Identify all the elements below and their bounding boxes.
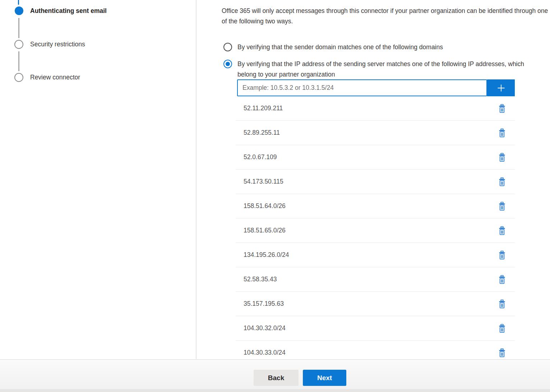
- trash-icon: [498, 128, 506, 138]
- radio-option-ip-address[interactable]: By verifying that the IP address of the …: [223, 59, 531, 80]
- delete-ip-button[interactable]: [496, 152, 508, 163]
- ip-address-text: 158.51.65.0/26: [244, 227, 286, 234]
- ip-address-list: 52.11.209.211 52.89.255.11: [236, 96, 515, 359]
- ip-row: 158.51.64.0/26: [236, 194, 515, 218]
- step-authenticating-sent-email[interactable]: Authenticating sent email: [15, 6, 107, 15]
- delete-ip-button[interactable]: [496, 299, 508, 309]
- ip-address-text: 52.58.35.43: [244, 276, 277, 283]
- delete-ip-button[interactable]: [496, 128, 508, 138]
- ip-row: 35.157.195.63: [236, 292, 515, 316]
- ip-entry-row: [237, 79, 515, 96]
- delete-ip-button[interactable]: [496, 323, 508, 334]
- ip-row: 104.30.33.0/24: [236, 341, 515, 359]
- ip-row: 54.173.50.115: [236, 170, 515, 194]
- ip-address-text: 52.11.209.211: [244, 105, 283, 112]
- stepper-connector-line: [18, 51, 19, 71]
- ip-address-text: 134.195.26.0/24: [244, 251, 289, 259]
- ip-address-text: 54.173.50.115: [244, 178, 283, 185]
- stepper-progress-line: [18, 0, 19, 5]
- radio-option-sender-domain[interactable]: By verifying that the sender domain matc…: [223, 42, 443, 52]
- sidebar-divider: [196, 0, 197, 359]
- ip-row: 52.58.35.43: [236, 267, 515, 292]
- ip-address-text: 104.30.33.0/24: [244, 349, 286, 356]
- radio-selected-icon[interactable]: [223, 60, 232, 68]
- ip-address-text: 35.157.195.63: [244, 300, 284, 308]
- trash-icon: [498, 177, 506, 186]
- step-active-dot-icon: [15, 6, 23, 15]
- plus-icon: [496, 83, 507, 93]
- ip-address-input[interactable]: [237, 79, 487, 96]
- step-label: Security restrictions: [30, 41, 85, 48]
- ip-address-text: 52.89.255.11: [244, 129, 280, 137]
- radio-unselected-icon[interactable]: [223, 43, 232, 51]
- ip-row: 134.195.26.0/24: [236, 243, 515, 267]
- stepper-connector-line: [18, 18, 19, 38]
- trash-icon: [498, 250, 506, 260]
- trash-icon: [498, 104, 506, 113]
- ip-row: 52.89.255.11: [236, 121, 515, 145]
- step-review-connector[interactable]: Review connector: [14, 73, 80, 82]
- step-circle-icon: [14, 73, 23, 82]
- step-label: Authenticating sent email: [30, 7, 107, 15]
- add-ip-button[interactable]: [487, 79, 515, 96]
- intro-text: Office 365 will only accept messages thr…: [222, 6, 550, 27]
- delete-ip-button[interactable]: [496, 274, 508, 285]
- ip-row: 158.51.65.0/26: [236, 218, 515, 243]
- trash-icon: [498, 202, 506, 211]
- ip-address-text: 158.51.64.0/26: [244, 202, 286, 210]
- step-label: Review connector: [30, 74, 80, 81]
- trash-icon: [498, 348, 506, 358]
- wizard-footer: Back Next: [0, 359, 550, 392]
- delete-ip-button[interactable]: [496, 225, 508, 236]
- ip-address-text: 104.30.32.0/24: [244, 324, 286, 332]
- trash-icon: [498, 153, 506, 162]
- delete-ip-button[interactable]: [496, 250, 508, 260]
- trash-icon: [498, 275, 506, 284]
- trash-icon: [498, 324, 506, 333]
- trash-icon: [498, 226, 506, 235]
- delete-ip-button[interactable]: [496, 347, 508, 358]
- ip-row: 104.30.32.0/24: [236, 316, 515, 341]
- ip-row: 52.11.209.211: [236, 96, 515, 121]
- ip-row: 52.0.67.109: [236, 145, 515, 170]
- connector-wizard-page: Authenticating sent email Security restr…: [0, 0, 550, 392]
- delete-ip-button[interactable]: [496, 176, 508, 187]
- wizard-stepper: Authenticating sent email Security restr…: [0, 0, 196, 359]
- delete-ip-button[interactable]: [496, 103, 508, 114]
- delete-ip-button[interactable]: [496, 201, 508, 212]
- step-security-restrictions[interactable]: Security restrictions: [14, 40, 85, 49]
- trash-icon: [498, 299, 506, 309]
- radio-option-label: By verifying that the sender domain matc…: [237, 42, 443, 52]
- next-button[interactable]: Next: [303, 370, 346, 386]
- step-circle-icon: [14, 40, 23, 49]
- authenticating-sent-email-panel: Office 365 will only accept messages thr…: [222, 0, 550, 359]
- back-button[interactable]: Back: [254, 370, 299, 386]
- ip-address-text: 52.0.67.109: [244, 153, 277, 161]
- radio-option-label: By verifying that the IP address of the …: [237, 59, 531, 80]
